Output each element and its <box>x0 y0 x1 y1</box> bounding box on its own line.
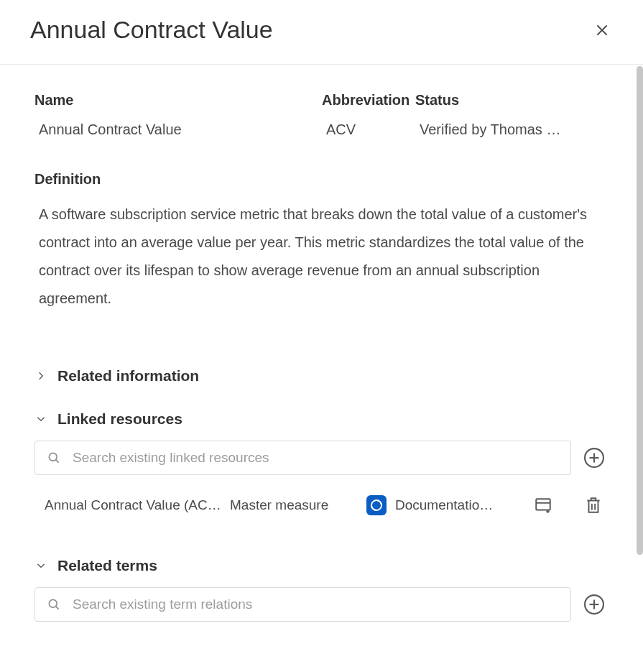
related-terms-search-box[interactable] <box>34 587 571 622</box>
svg-line-16 <box>56 607 59 609</box>
dialog-body: Name Annual Contract Value Abbreviation … <box>0 65 643 622</box>
svg-point-2 <box>49 453 57 461</box>
delete-resource-button[interactable] <box>584 496 603 515</box>
scrollbar-track[interactable] <box>633 66 643 672</box>
section-toggle-related-terms[interactable]: Related terms <box>34 554 604 577</box>
definition-label: Definition <box>34 171 604 188</box>
add-related-term-button[interactable] <box>584 594 604 615</box>
linked-resource-actions <box>503 496 604 515</box>
status-value: Verified by Thomas … <box>415 121 604 138</box>
info-col-name: Name Annual Contract Value <box>34 92 322 138</box>
chevron-down-icon <box>34 413 47 425</box>
add-linked-resource-button[interactable] <box>584 448 604 468</box>
status-label: Status <box>415 92 604 109</box>
chevron-right-icon <box>34 369 47 382</box>
svg-line-3 <box>56 460 59 463</box>
search-icon <box>47 597 61 612</box>
svg-point-15 <box>49 599 57 607</box>
section-related-terms: Related terms <box>34 554 604 622</box>
open-panel-icon <box>534 496 552 515</box>
info-col-status: Status Verified by Thomas … <box>415 92 604 138</box>
close-button[interactable] <box>590 18 614 42</box>
definition-body: A software subscription service metric t… <box>34 201 604 313</box>
linked-resources-search-box[interactable] <box>34 441 571 475</box>
linked-resource-name: Annual Contract Value (ACV) … <box>45 497 230 513</box>
close-icon <box>595 23 609 37</box>
plus-circle-icon <box>584 448 604 468</box>
info-col-abbreviation: Abbreviation ACV <box>322 92 415 138</box>
linked-resource-doc-name: Documentatio… <box>395 497 493 513</box>
section-title-related-terms: Related terms <box>57 557 157 574</box>
search-icon <box>47 451 61 465</box>
name-label: Name <box>34 92 322 109</box>
linked-resource-row: Annual Contract Value (ACV) … Master mea… <box>34 495 604 515</box>
abbreviation-value: ACV <box>322 121 415 138</box>
section-toggle-linked-resources[interactable]: Linked resources <box>34 408 604 431</box>
dialog-title: Annual Contract Value <box>30 16 273 44</box>
chevron-down-icon <box>34 559 47 572</box>
linked-resources-search-row <box>34 441 604 475</box>
linked-resources-search-input[interactable] <box>71 449 559 466</box>
scrollbar-thumb[interactable] <box>637 66 643 555</box>
svg-rect-8 <box>536 499 550 510</box>
app-icon <box>366 495 387 515</box>
section-linked-resources: Linked resources Annual Contract Value (… <box>34 408 604 515</box>
linked-resource-doc: Documentatio… <box>366 495 503 515</box>
plus-circle-icon <box>584 594 604 615</box>
trash-icon <box>584 496 603 515</box>
abbreviation-label: Abbreviation <box>322 92 415 109</box>
related-terms-search-row <box>34 587 604 622</box>
open-resource-button[interactable] <box>534 496 552 515</box>
related-terms-search-input[interactable] <box>71 596 559 613</box>
info-row: Name Annual Contract Value Abbreviation … <box>34 92 604 138</box>
section-title-related-information: Related information <box>57 367 199 385</box>
dialog-header: Annual Contract Value <box>0 0 643 65</box>
linked-resource-type: Master measure <box>230 497 366 513</box>
name-value: Annual Contract Value <box>34 121 322 138</box>
section-related-information: Related information <box>34 364 604 387</box>
section-title-linked-resources: Linked resources <box>57 410 182 428</box>
section-toggle-related-information[interactable]: Related information <box>34 364 604 387</box>
